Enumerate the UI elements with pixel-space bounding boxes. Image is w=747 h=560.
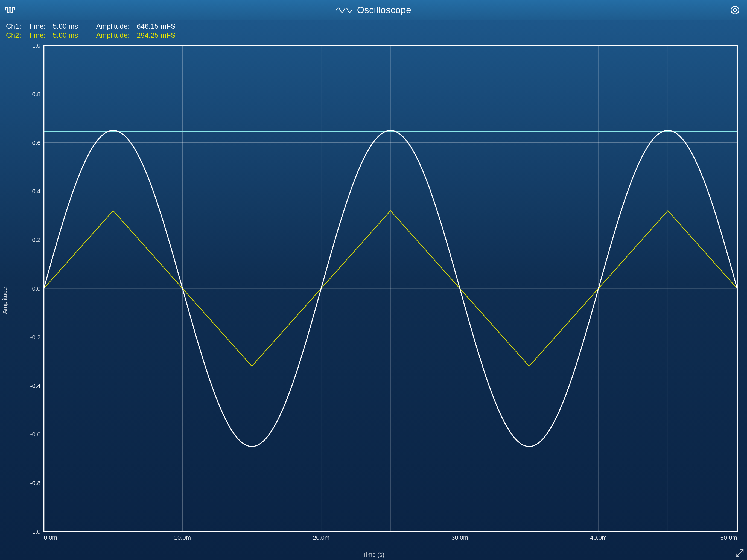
ch2-amp-label: Amplitude: bbox=[96, 31, 130, 40]
svg-point-1 bbox=[731, 6, 739, 14]
y-tick-label: 0.2 bbox=[32, 236, 41, 244]
y-tick-label: -0.2 bbox=[30, 334, 41, 341]
x-tick-label: 20.0m bbox=[313, 534, 330, 541]
oscilloscope-icon bbox=[336, 7, 352, 14]
x-tick-label: 30.0m bbox=[452, 534, 468, 541]
ch1-readout: Ch1: Time: 5.00 ms Amplitude: 646.15 mFS bbox=[6, 22, 741, 31]
y-tick-label: -1.0 bbox=[30, 528, 41, 535]
ch1-time-label: Time: bbox=[28, 22, 46, 31]
y-tick-label: 0.0 bbox=[32, 285, 41, 292]
y-axis-label: Amplitude bbox=[1, 287, 8, 314]
y-tick-label: 0.4 bbox=[32, 188, 41, 195]
ch1-amp-label: Amplitude: bbox=[96, 22, 130, 31]
app-title: Oscilloscope bbox=[357, 5, 412, 15]
x-tick-label: 50.0m bbox=[720, 534, 737, 541]
y-tick-label: -0.8 bbox=[30, 480, 41, 486]
ch2-time-label: Time: bbox=[28, 31, 46, 40]
x-tick-label: 10.0m bbox=[174, 534, 191, 541]
svg-point-0 bbox=[733, 8, 737, 11]
ch1-label: Ch1: bbox=[6, 22, 21, 31]
y-tick-label: 0.6 bbox=[32, 139, 41, 146]
settings-gear-icon[interactable] bbox=[728, 3, 742, 17]
ch2-readout: Ch2: Time: 5.00 ms Amplitude: 294.25 mFS bbox=[6, 31, 741, 40]
ch1-time-value: 5.00 ms bbox=[53, 22, 78, 31]
expand-icon[interactable] bbox=[735, 549, 744, 558]
ch2-time-value: 5.00 ms bbox=[53, 31, 78, 40]
x-axis-label: Time (s) bbox=[363, 551, 384, 558]
titlebar: Oscilloscope bbox=[0, 0, 747, 20]
channel-readouts: Ch1: Time: 5.00 ms Amplitude: 646.15 mFS… bbox=[0, 20, 747, 41]
oscilloscope-plot[interactable]: -1.0-0.8-0.6-0.4-0.20.00.20.40.60.81.00.… bbox=[25, 44, 739, 543]
plot-area[interactable]: Amplitude Time (s) -1.0-0.8-0.6-0.4-0.20… bbox=[0, 41, 747, 560]
y-tick-label: 1.0 bbox=[32, 44, 41, 49]
y-tick-label: -0.6 bbox=[30, 431, 41, 438]
waveform-generator-icon[interactable] bbox=[5, 3, 19, 17]
x-tick-label: 0.0m bbox=[44, 534, 57, 541]
y-tick-label: -0.4 bbox=[30, 383, 41, 389]
ch2-amp-value: 294.25 mFS bbox=[137, 31, 176, 40]
x-tick-label: 40.0m bbox=[590, 534, 607, 541]
ch2-label: Ch2: bbox=[6, 31, 21, 40]
y-tick-label: 0.8 bbox=[32, 91, 41, 98]
ch1-amp-value: 646.15 mFS bbox=[137, 22, 176, 31]
